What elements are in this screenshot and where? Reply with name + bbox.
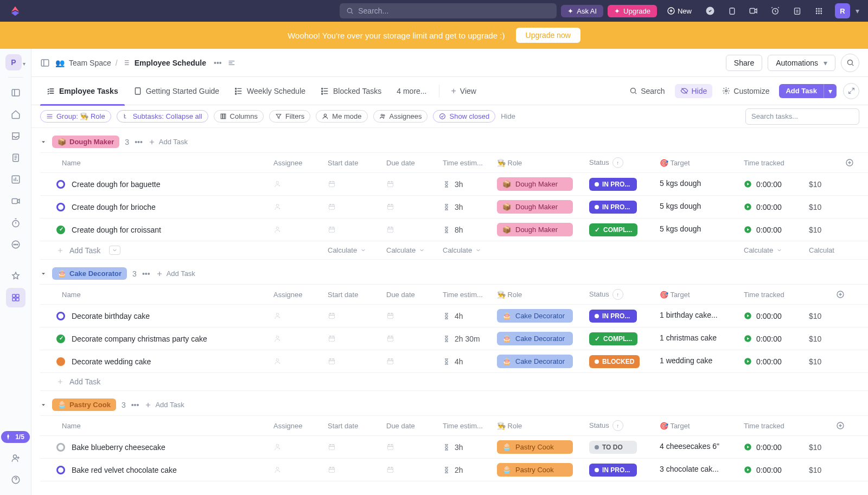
crumb-space[interactable]: Team Space (69, 59, 111, 67)
col-cost[interactable] (803, 416, 831, 436)
plus-icon[interactable] (56, 247, 64, 254)
status-pill[interactable]: IN PRO... (589, 201, 637, 214)
play-icon[interactable] (744, 180, 752, 188)
due-date-placeholder-icon[interactable] (386, 203, 432, 211)
role-tag[interactable]: 🎂Cake Decorator (497, 332, 573, 345)
col-time-est[interactable]: Time estim... (437, 153, 492, 173)
assignee-placeholder-icon[interactable] (273, 335, 317, 343)
cost-value[interactable]: $10 (803, 459, 831, 481)
col-due-date[interactable]: Due date (381, 416, 437, 436)
task-row[interactable]: Bake red velvet chocolate cake 2h 🧁Pastr… (40, 459, 868, 481)
more-horizontal-icon[interactable]: ••• (214, 59, 222, 67)
help-icon[interactable] (6, 470, 25, 490)
col-target[interactable]: 🎯 Target (654, 416, 738, 436)
calculate-button[interactable]: Calculate (386, 246, 432, 254)
docs-icon[interactable] (6, 148, 25, 168)
group-add-task[interactable]: Add Task (156, 269, 195, 278)
due-date-placeholder-icon[interactable] (386, 180, 432, 188)
play-icon[interactable] (744, 357, 752, 365)
add-task-inline[interactable]: Add Task (69, 377, 100, 386)
page-title[interactable]: Employee Schedule (135, 59, 206, 67)
add-task-inline[interactable]: Add Task (69, 246, 100, 255)
home-icon[interactable] (6, 105, 25, 124)
col-time-tracked[interactable]: Time tracked (738, 153, 803, 173)
time-estimate[interactable]: 2h 30m (443, 335, 486, 343)
new-button[interactable]: New (661, 4, 697, 17)
group-chip[interactable]: Group: 👨‍🍳 Role (40, 110, 111, 123)
col-time-est[interactable]: Time estim... (437, 285, 492, 305)
assignee-placeholder-icon[interactable] (273, 466, 317, 474)
col-time-tracked[interactable]: Time tracked (738, 285, 803, 305)
onboarding-pill[interactable]: 1/5 (1, 431, 30, 443)
task-name[interactable]: Create dough for baguette (72, 180, 160, 189)
automations-button[interactable]: Automations▾ (768, 55, 835, 71)
time-estimate[interactable]: 3h (443, 443, 486, 452)
ask-ai-button[interactable]: ✦Ask AI (561, 5, 603, 17)
status-pill[interactable]: TO DO (589, 441, 637, 454)
status-dot[interactable] (56, 443, 65, 452)
time-tracked[interactable]: 0:00:00 (744, 180, 798, 189)
search-icon[interactable] (841, 54, 859, 72)
task-row[interactable]: Create dough for croissant 8h 📦Dough Mak… (40, 218, 868, 241)
col-time-tracked[interactable]: Time tracked (738, 416, 803, 436)
col-name[interactable]: Name (40, 153, 268, 173)
task-name[interactable]: Create dough for brioche (72, 203, 156, 211)
clipboard-icon[interactable] (723, 2, 741, 20)
add-column-button[interactable] (840, 153, 868, 173)
time-estimate[interactable]: 8h (443, 226, 486, 234)
more-icon[interactable] (6, 235, 25, 254)
play-icon[interactable] (744, 312, 752, 320)
time-tracked[interactable]: 0:00:00 (744, 335, 798, 343)
due-date-placeholder-icon[interactable] (386, 357, 432, 365)
task-row[interactable]: Decorate company christmas party cake 2h… (40, 327, 868, 350)
video-icon[interactable] (745, 2, 762, 20)
time-estimate[interactable]: 4h (443, 357, 486, 366)
task-row[interactable]: Create dough for brioche 3h 📦Dough Maker… (40, 196, 868, 218)
tab-getting-started[interactable]: Getting Started Guide (127, 77, 226, 105)
due-date-placeholder-icon[interactable] (386, 226, 432, 234)
status-pill[interactable]: ✓COMPL... (589, 223, 637, 236)
clips-icon[interactable] (6, 191, 25, 211)
invite-icon[interactable] (6, 448, 25, 468)
collapse-caret-icon[interactable] (40, 139, 47, 145)
status-dot[interactable] (56, 312, 65, 320)
play-icon[interactable] (744, 443, 752, 451)
col-due-date[interactable]: Due date (381, 285, 437, 305)
role-tag[interactable]: 🎂Cake Decorator (497, 355, 573, 368)
col-time-est[interactable]: Time estim... (437, 416, 492, 436)
add-column-button[interactable] (831, 285, 868, 305)
time-tracked[interactable]: 0:00:00 (744, 226, 798, 234)
target-value[interactable]: 3 chocolate cak... (660, 465, 719, 473)
status-dot[interactable] (56, 180, 65, 189)
plus-icon[interactable] (56, 378, 64, 385)
due-date-placeholder-icon[interactable] (386, 443, 432, 451)
cost-value[interactable]: $10 (803, 218, 840, 241)
chevron-down-icon[interactable]: ▾ (23, 61, 25, 67)
customize-button[interactable]: Customize (717, 84, 775, 98)
status-pill[interactable]: IN PRO... (589, 178, 637, 191)
time-tracked[interactable]: 0:00:00 (744, 203, 798, 211)
due-date-placeholder-icon[interactable] (386, 312, 432, 320)
cost-value[interactable]: $10 (803, 196, 840, 218)
target-value[interactable]: 1 birthday cake... (660, 311, 718, 319)
tasks-search-input[interactable]: Search tasks... (745, 108, 859, 125)
group-role-tag[interactable]: 📦Dough Maker (52, 136, 119, 148)
col-start-date[interactable]: Start date (322, 285, 381, 305)
target-value[interactable]: 4 cheesecakes 6" (660, 442, 719, 451)
tab-blocked-tasks[interactable]: Blocked Tasks (314, 77, 388, 105)
time-tracked[interactable]: 0:00:00 (744, 443, 798, 452)
cost-value[interactable]: $10 (803, 327, 831, 350)
task-row[interactable]: Decorate wedding cake 4h 🎂Cake Decorator… (40, 350, 868, 373)
expand-icon[interactable] (843, 83, 859, 99)
chevron-down-icon[interactable] (109, 246, 120, 255)
col-assignee[interactable]: Assignee (268, 153, 322, 173)
status-dot[interactable] (56, 335, 65, 343)
calculate-button[interactable]: Calculate (744, 246, 798, 254)
play-icon[interactable] (744, 226, 752, 234)
start-date-placeholder-icon[interactable] (328, 335, 375, 343)
start-date-placeholder-icon[interactable] (328, 443, 375, 451)
cost-value[interactable]: $10 (803, 173, 840, 196)
subtasks-chip[interactable]: Subtasks: Collapse all (117, 110, 208, 123)
col-assignee[interactable]: Assignee (268, 416, 322, 436)
assignee-placeholder-icon[interactable] (273, 357, 317, 365)
